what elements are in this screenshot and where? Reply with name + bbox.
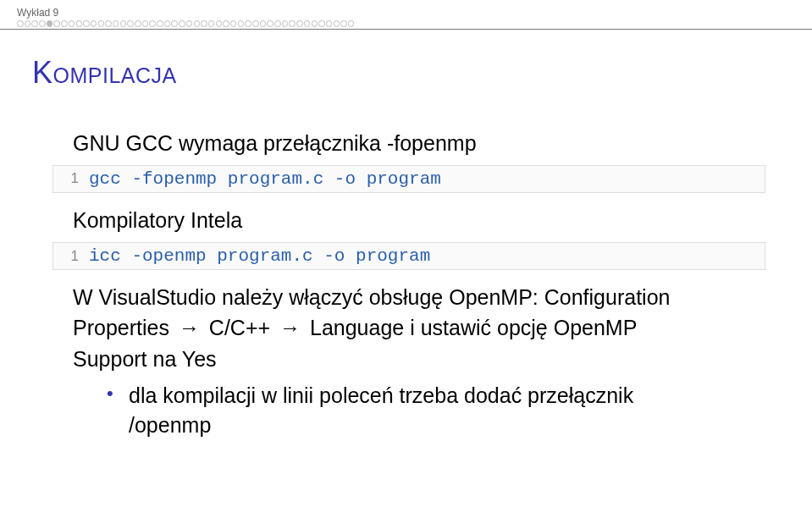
progress-dot [135,20,141,27]
progress-dot [98,20,105,27]
progress-dot [17,20,24,27]
progress-dot [201,20,207,27]
intel-code-block: 1 icc -openmp program.c -o program [52,242,765,270]
progress-dot [39,20,46,27]
sublist-item: dla kompilacji w linii poleceń trzeba do… [107,381,765,440]
progress-dot [179,20,185,27]
progress-dot [186,20,193,27]
progress-dot [289,20,296,27]
progress-dot [47,20,53,27]
progress-dot [157,20,163,27]
intel-code: icc -openmp program.c -o program [89,246,430,266]
progress-dot [120,20,127,27]
intel-text: Kompilatory Intela [73,205,765,235]
progress-dot [76,20,83,27]
progress-dot [296,20,303,27]
progress-dot [91,20,97,27]
progress-dot [312,20,318,27]
progress-dot [260,20,267,27]
progress-dot [53,20,60,27]
progress-dot [25,20,31,27]
vs-line2a: Properties [73,316,175,339]
progress-dot [326,20,333,27]
progress-dot [31,20,38,27]
progress-dot [304,20,311,27]
progress-dot [318,20,325,27]
progress-dot [61,20,68,27]
section-title: Wykład 9 [17,7,812,19]
vs-line1: W VisualStudio należy włączyć obsługę Op… [73,285,670,309]
sub-line1: dla kompilacji w linii poleceń trzeba do… [129,383,633,407]
progress-dot [208,20,215,27]
progress-dots [17,20,812,27]
slide-title: Kompilacja [32,55,765,91]
progress-dot [105,20,112,27]
progress-dot [171,20,178,27]
progress-dot [194,20,201,27]
gnu-text: GNU GCC wymaga przełącznika -fopenmp [73,128,765,158]
vs-line2b: C/C++ [203,316,276,339]
progress-dot [69,20,75,27]
code-line-number: 1 [53,170,89,187]
progress-dot [340,20,347,27]
progress-dot [83,20,90,27]
vs-line2c: Language i ustawić opcję OpenMP [304,316,637,339]
progress-dot [252,20,259,27]
progress-dot [267,20,273,27]
slide-header: Wykład 9 [0,0,812,27]
progress-dot [274,20,281,27]
arrow-icon: → [175,312,203,343]
progress-dot [127,20,134,27]
progress-dot [238,20,245,27]
progress-dot [223,20,229,27]
progress-dot [282,20,289,27]
sublist: dla kompilacji w linii poleceń trzeba do… [107,381,765,440]
progress-dot [230,20,237,27]
progress-dot [149,20,156,27]
gnu-code-block: 1 gcc -fopenmp program.c -o program [52,165,765,193]
progress-dot [164,20,171,27]
progress-dot [245,20,251,27]
sub-line2: /openmp [129,413,211,437]
gnu-code: gcc -fopenmp program.c -o program [89,169,441,189]
vs-line3: Support na Yes [73,347,217,371]
progress-dot [113,20,119,27]
progress-dot [334,20,340,27]
progress-dot [348,20,355,27]
arrow-icon: → [276,312,304,343]
visualstudio-paragraph: W VisualStudio należy włączyć obsługę Op… [73,282,765,374]
progress-dot [142,20,149,27]
code-line-number: 1 [53,248,89,265]
progress-dot [216,20,223,27]
